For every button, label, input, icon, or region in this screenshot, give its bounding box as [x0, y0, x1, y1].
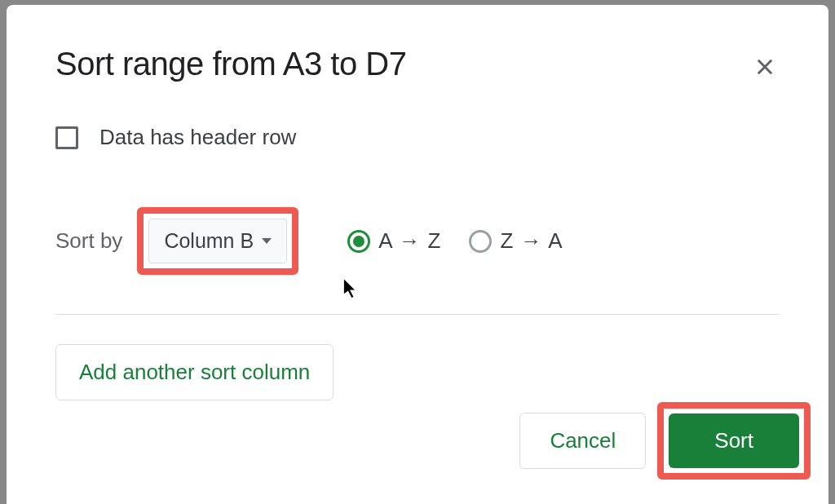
column-dropdown[interactable]: Column B [148, 219, 287, 263]
close-button[interactable] [750, 52, 780, 84]
dialog-footer: Cancel Sort [519, 402, 811, 480]
column-dropdown-highlight: Column B [137, 207, 298, 275]
radio-az-label: A → Z [378, 228, 441, 254]
dialog-title: Sort range from A3 to D7 [55, 46, 406, 82]
radio-option-za[interactable]: Z → A [469, 228, 563, 254]
sort-order-radio-group: A → Z Z → A [347, 228, 563, 254]
dialog-header: Sort range from A3 to D7 [55, 46, 780, 84]
radio-az[interactable] [347, 230, 370, 253]
header-row-option: Data has header row [55, 125, 780, 150]
sort-button[interactable]: Sort [669, 413, 799, 468]
radio-za-label: Z → A [500, 228, 563, 254]
divider [55, 314, 780, 315]
column-dropdown-value: Column B [164, 229, 254, 253]
sort-by-row: Sort by Column B A → Z Z → A [55, 207, 780, 275]
header-row-label: Data has header row [99, 125, 296, 150]
add-sort-column-button[interactable]: Add another sort column [55, 344, 334, 400]
sort-range-dialog: Sort range from A3 to D7 Data has header… [7, 5, 828, 504]
sort-by-label: Sort by [55, 228, 122, 254]
header-row-checkbox[interactable] [55, 126, 78, 149]
cancel-button[interactable]: Cancel [519, 413, 646, 469]
radio-za[interactable] [469, 230, 492, 253]
radio-option-az[interactable]: A → Z [347, 228, 441, 254]
sort-button-highlight: Sort [657, 402, 811, 480]
chevron-down-icon [262, 238, 272, 244]
close-icon [753, 55, 776, 78]
